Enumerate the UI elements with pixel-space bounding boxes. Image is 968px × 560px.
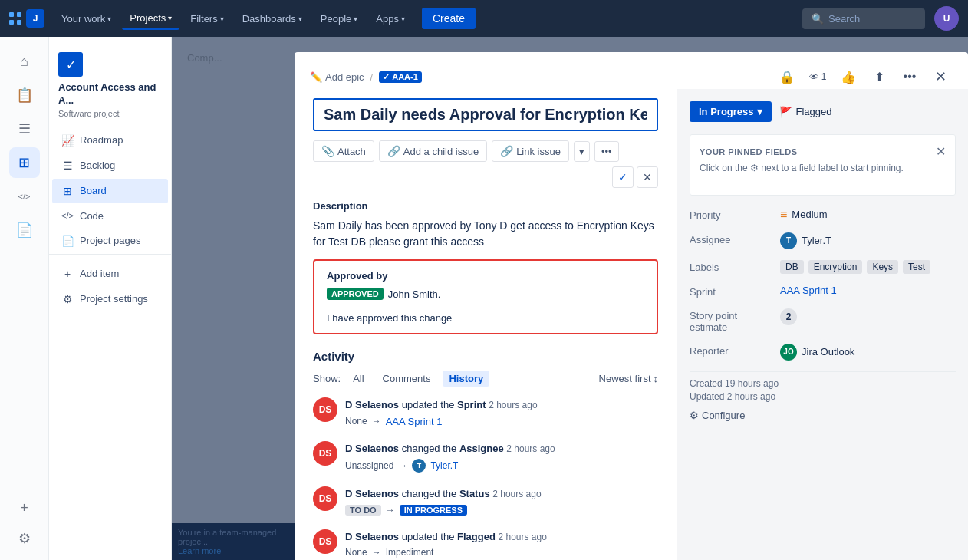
sidebar-settings-icon[interactable]: ⚙ (9, 523, 40, 554)
nav-add-item[interactable]: + Add item (52, 262, 168, 286)
activity-detail-4: None → Impediment (345, 547, 658, 558)
issue-title-input[interactable] (313, 98, 658, 131)
add-icon: + (61, 268, 74, 280)
sort-icon: ↕ (654, 373, 659, 384)
sprint-value[interactable]: AAA Sprint 1 (780, 285, 837, 296)
activity-item: DS D Selaenos changed the Status 2 hours… (313, 486, 658, 516)
nav-project-pages[interactable]: 📄 Project pages (52, 229, 168, 253)
activity-item: DS D Selaenos changed the Assignee 2 hou… (313, 441, 658, 473)
nav-code[interactable]: </> Code (52, 204, 168, 228)
lock-button[interactable]: 🔒 (775, 64, 799, 89)
people-menu[interactable]: People ▾ (313, 8, 365, 29)
project-name: Account Access and A... (58, 81, 162, 107)
sidebar-code-icon[interactable]: </> (9, 181, 40, 212)
toolbar-confirm-actions: ✓ ✕ (612, 166, 658, 188)
breadcrumb-separator: / (370, 71, 374, 83)
sidebar-backlog-icon[interactable]: ☰ (9, 114, 40, 144)
activity-text-2: D Selaenos changed the Assignee 2 hours … (345, 441, 658, 456)
filter-all[interactable]: All (347, 371, 370, 387)
code-icon: </> (61, 211, 74, 220)
add-child-issue-button[interactable]: 🔗 Add a child issue (379, 140, 487, 162)
assignee-field: Assignee T Tyler.T (690, 232, 956, 249)
reporter-field: Reporter JO Jira Outlook (690, 344, 956, 361)
toolbar-dropdown-button[interactable]: ▾ (574, 141, 590, 162)
project-icon: ✓ (58, 52, 83, 77)
sprint-label: Sprint (690, 285, 774, 298)
breadcrumb-epic[interactable]: ✏️ Add epic (310, 71, 364, 83)
fields-section: Priority ≡ Medium Assignee T Tyler.T (690, 208, 956, 361)
configure-button[interactable]: ⚙ Configure (690, 410, 745, 421)
create-button[interactable]: Create (422, 8, 476, 29)
breadcrumb-issue[interactable]: ✓ AAA-1 (379, 71, 422, 83)
reporter-label: Reporter (690, 344, 774, 357)
pinned-fields-header: YOUR PINNED FIELDS ✕ (700, 144, 946, 159)
reporter-value[interactable]: JO Jira Outlook (780, 344, 854, 361)
dashboards-menu[interactable]: Dashboards ▾ (235, 8, 310, 29)
tyler-avatar: T (412, 459, 426, 473)
attach-button[interactable]: 📎 Attach (313, 140, 374, 162)
more-options-button[interactable]: ••• (897, 64, 922, 89)
pinned-fields-close-button[interactable]: ✕ (936, 144, 946, 159)
label-keys[interactable]: Keys (867, 260, 898, 274)
link-issue-button[interactable]: 🔗 Link issue (492, 140, 569, 162)
story-point-value[interactable]: 2 (780, 308, 797, 325)
flag-icon: 🚩 (779, 106, 792, 118)
toolbar-confirm-button[interactable]: ✓ (612, 166, 634, 188)
sprint-link[interactable]: AAA Sprint 1 (780, 285, 837, 296)
paperclip-icon: 📎 (321, 145, 334, 157)
approved-box-title: Approved by (327, 270, 644, 282)
approved-row: APPROVED John Smith. (327, 288, 644, 300)
search-bar[interactable]: 🔍 Search (802, 8, 925, 29)
apps-menu[interactable]: Apps ▾ (368, 8, 413, 29)
issue-modal: ✏️ Add epic / ✓ AAA-1 🔒 👁 1 👍 (295, 52, 968, 560)
filters-menu[interactable]: Filters ▾ (183, 8, 231, 29)
user-avatar[interactable]: U (934, 6, 959, 31)
activity-item: DS D Selaenos updated the Sprint 2 hours… (313, 397, 658, 427)
share-button[interactable]: ⬆ (867, 64, 891, 89)
story-point-badge: 2 (780, 308, 797, 325)
svg-rect-3 (17, 20, 21, 25)
nav-backlog[interactable]: ☰ Backlog (52, 153, 168, 178)
watch-button[interactable]: 👁 1 (805, 64, 830, 89)
sidebar-home-icon[interactable]: ⌂ (9, 46, 40, 77)
assignee-label: Assignee (690, 232, 774, 245)
projects-menu[interactable]: Projects ▾ (122, 8, 179, 30)
thumbsup-button[interactable]: 👍 (836, 64, 861, 89)
svg-rect-1 (17, 12, 21, 17)
label-test[interactable]: Test (903, 260, 930, 274)
issue-badge: ✓ AAA-1 (379, 71, 422, 83)
ds-avatar-1: DS (313, 397, 337, 422)
sidebar-bottom: + ⚙ (9, 492, 40, 554)
approved-name: John Smith. (388, 288, 441, 300)
sidebar-add-icon[interactable]: + (9, 492, 40, 523)
configure-icon: ⚙ (690, 410, 699, 421)
nav-board[interactable]: ⊞ Board (52, 179, 168, 203)
newest-first-sort[interactable]: Newest first ↕ (599, 373, 658, 384)
sidebar-board-icon[interactable]: ⊞ (9, 147, 40, 178)
status-chevron-icon: ▾ (757, 106, 762, 117)
filter-history[interactable]: History (443, 371, 489, 387)
nav-project-settings[interactable]: ⚙ Project settings (52, 287, 168, 311)
label-encryption[interactable]: Encryption (808, 260, 863, 274)
main-layout: ⌂ 📋 ☰ ⊞ </> 📄 + ⚙ ✓ Account Access and A… (0, 37, 968, 560)
close-modal-button[interactable]: ✕ (928, 64, 953, 89)
sidebar-roadmap-icon[interactable]: 📋 (9, 80, 40, 110)
toolbar-more-button[interactable]: ••• (594, 141, 619, 162)
toolbar-cancel-button[interactable]: ✕ (637, 166, 658, 188)
label-db[interactable]: DB (780, 260, 804, 274)
status-row: In Progress ▾ 🚩 Flagged (690, 101, 956, 122)
status-button[interactable]: In Progress ▾ (690, 101, 772, 122)
assignee-value[interactable]: T Tyler.T (780, 232, 831, 249)
field-divider (690, 371, 956, 372)
board-icon: ⊞ (61, 185, 74, 197)
labels-value[interactable]: DB Encryption Keys Test (780, 260, 930, 274)
nav-roadmap[interactable]: 📈 Roadmap (52, 128, 168, 153)
sidebar-pages-icon[interactable]: 📄 (9, 215, 40, 245)
your-work-menu[interactable]: Your work ▾ (54, 8, 119, 29)
filter-comments[interactable]: Comments (377, 371, 437, 387)
pinned-fields-title: YOUR PINNED FIELDS (700, 147, 798, 156)
activity-content-4: D Selaenos updated the Flagged 2 hours a… (345, 529, 658, 558)
priority-value[interactable]: ≡ Medium (780, 208, 828, 222)
activity-text-4: D Selaenos updated the Flagged 2 hours a… (345, 529, 658, 545)
top-navigation: J Your work ▾ Projects ▾ Filters ▾ Dashb… (0, 0, 968, 37)
